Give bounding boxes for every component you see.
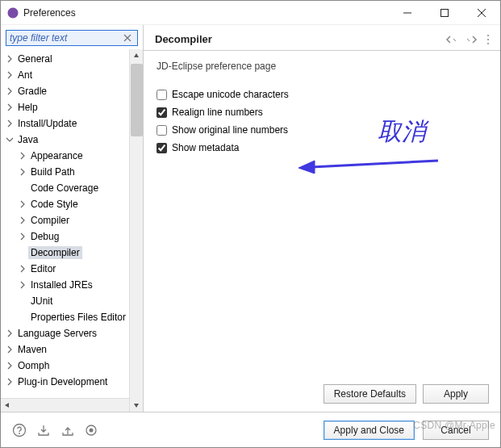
tree-item[interactable]: Appearance	[1, 148, 143, 164]
app-icon	[7, 7, 19, 19]
main-pane: Decompiler JD-Eclipse preference page Es…	[144, 25, 500, 412]
window-title: Preferences	[23, 7, 389, 19]
option-checkbox[interactable]	[157, 125, 167, 136]
page-description: JD-Eclipse preference page	[157, 61, 487, 72]
chevron-right-icon[interactable]	[4, 360, 15, 371]
tree-item[interactable]: Plug-in Development	[1, 374, 143, 390]
chevron-right-icon[interactable]	[4, 344, 15, 355]
tree-item-label: Properties Files Editor	[28, 311, 128, 324]
option-label: Show original line numbers	[172, 124, 288, 136]
option-label: Show metadata	[172, 142, 239, 153]
tree-item-label: Install/Update	[15, 117, 79, 130]
record-icon[interactable]	[85, 424, 98, 437]
chevron-right-icon[interactable]	[4, 118, 15, 129]
chevron-right-icon[interactable]	[17, 215, 28, 226]
tree-item[interactable]: Editor	[1, 261, 143, 277]
tree-spacer	[17, 312, 28, 323]
chevron-right-icon[interactable]	[17, 199, 28, 210]
option-row[interactable]: Show original line numbers	[157, 122, 487, 138]
option-checkbox[interactable]	[157, 107, 167, 118]
apply-button[interactable]: Apply	[423, 384, 489, 404]
tree-item-label: Language Servers	[15, 327, 99, 340]
view-menu-icon[interactable]	[484, 34, 492, 45]
tree-item[interactable]: Properties Files Editor	[1, 309, 143, 325]
tree-spacer	[17, 182, 28, 194]
category-tree[interactable]: GeneralAntGradleHelpInstall/UpdateJavaAp…	[1, 49, 143, 398]
svg-point-7	[487, 39, 489, 40]
tree-item[interactable]: Compiler	[1, 212, 143, 228]
chevron-down-icon[interactable]	[4, 134, 15, 145]
svg-point-14	[90, 428, 94, 432]
tree-item-label: Editor	[28, 262, 58, 275]
tree-item[interactable]: Gradle	[1, 83, 143, 99]
tree-item[interactable]: Build Path	[1, 164, 143, 180]
chevron-right-icon[interactable]	[4, 376, 15, 387]
tree-item[interactable]: Ant	[1, 67, 143, 83]
chevron-right-icon[interactable]	[17, 263, 28, 274]
nav-forward-icon[interactable]	[465, 35, 478, 44]
scroll-thumb[interactable]	[131, 64, 143, 136]
tree-item[interactable]: Code Style	[1, 196, 143, 212]
option-row[interactable]: Realign line numbers	[157, 104, 487, 120]
chevron-right-icon[interactable]	[4, 53, 15, 65]
chevron-right-icon[interactable]	[4, 102, 15, 113]
export-icon[interactable]	[61, 423, 75, 438]
filter-input[interactable]	[6, 30, 138, 46]
annotation-arrow-icon	[297, 149, 442, 174]
tree-item-label: General	[15, 52, 55, 65]
maximize-button[interactable]	[426, 1, 463, 25]
close-button[interactable]	[463, 1, 500, 25]
chevron-right-icon[interactable]	[4, 328, 15, 339]
svg-point-11	[14, 424, 26, 436]
tree-item-label: Decompiler	[28, 246, 82, 259]
help-icon[interactable]	[12, 423, 27, 438]
tree-item[interactable]: Install/Update	[1, 115, 143, 132]
restore-defaults-button[interactable]: Restore Defaults	[324, 384, 416, 404]
option-checkbox[interactable]	[157, 90, 167, 100]
tree-item-label: Java	[15, 133, 40, 146]
tree-item-label: Installed JREs	[28, 278, 95, 291]
option-row[interactable]: Escape unicode characters	[157, 86, 487, 103]
tree-item-label: Code Coverage	[28, 182, 101, 195]
cancel-button[interactable]: Cancel	[423, 421, 489, 440]
vertical-scrollbar[interactable]	[129, 49, 143, 412]
preferences-dialog: Preferences GeneralAntGradleHelpInstall/…	[0, 0, 501, 448]
chevron-right-icon[interactable]	[17, 231, 28, 242]
scroll-left-icon[interactable]	[1, 400, 14, 412]
tree-item[interactable]: General	[1, 51, 143, 67]
horizontal-scrollbar[interactable]	[1, 398, 143, 412]
tree-item[interactable]: Decompiler	[1, 245, 143, 261]
annotation-text: 取消	[378, 115, 426, 149]
option-checkbox[interactable]	[157, 143, 167, 153]
chevron-right-icon[interactable]	[17, 166, 28, 178]
nav-back-icon[interactable]	[445, 35, 458, 44]
tree-item[interactable]: Java	[1, 132, 143, 148]
tree-item[interactable]: Help	[1, 99, 143, 115]
scroll-down-icon[interactable]	[131, 399, 143, 412]
tree-item-label: Build Path	[28, 165, 77, 178]
option-label: Escape unicode characters	[172, 89, 289, 100]
chevron-right-icon[interactable]	[17, 150, 28, 161]
svg-point-12	[19, 433, 20, 434]
chevron-right-icon[interactable]	[4, 69, 15, 81]
tree-item[interactable]: Oomph	[1, 358, 143, 374]
clear-filter-icon[interactable]	[123, 33, 133, 43]
svg-point-8	[487, 43, 489, 44]
tree-item[interactable]: Maven	[1, 341, 143, 358]
dialog-footer: Apply and Close Cancel	[1, 412, 500, 447]
tree-item[interactable]: Debug	[1, 228, 143, 245]
apply-and-close-button[interactable]: Apply and Close	[324, 421, 415, 440]
tree-item[interactable]: JUnit	[1, 293, 143, 309]
scroll-up-icon[interactable]	[131, 49, 143, 62]
tree-item[interactable]: Code Coverage	[1, 180, 143, 196]
tree-item[interactable]: Language Servers	[1, 325, 143, 341]
minimize-button[interactable]	[389, 1, 426, 25]
tree-item-label: Ant	[15, 69, 35, 82]
chevron-right-icon[interactable]	[4, 86, 15, 97]
tree-item[interactable]: Installed JREs	[1, 277, 143, 293]
tree-item-label: JUnit	[28, 295, 55, 308]
svg-point-6	[487, 35, 489, 36]
chevron-right-icon[interactable]	[17, 279, 28, 291]
svg-rect-1	[441, 9, 449, 16]
import-icon[interactable]	[36, 423, 51, 438]
